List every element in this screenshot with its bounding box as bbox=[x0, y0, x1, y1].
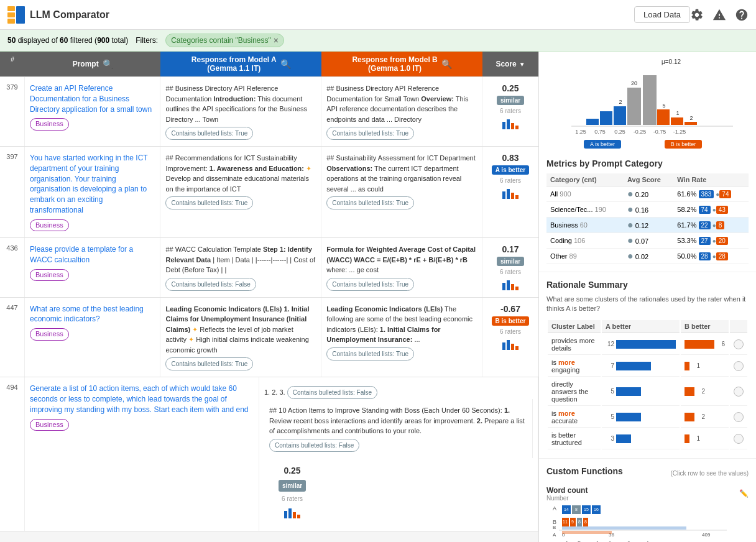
metrics-section: Metrics by Prompt Category Category (cnt… bbox=[539, 151, 756, 272]
score-badge: A is better bbox=[492, 165, 530, 175]
col-header-prompt: Prompt 🔍 bbox=[25, 52, 160, 76]
load-data-button[interactable]: Load Data bbox=[634, 6, 690, 23]
svg-text:A is better: A is better bbox=[590, 141, 615, 147]
svg-text:μ=0.12: μ=0.12 bbox=[662, 58, 681, 65]
rationale-circle-btn[interactable] bbox=[734, 361, 744, 371]
metrics-winrate: 58.2% 74 ●43 bbox=[673, 202, 749, 218]
svg-rect-26 bbox=[627, 88, 641, 125]
mini-bar-chart bbox=[501, 186, 520, 199]
rationale-row: is better structured 3 1 bbox=[548, 429, 747, 449]
header-icons bbox=[690, 8, 749, 22]
col-header-model-b: Response from Model B (Gemma 1.0 IT) 🔍 bbox=[321, 52, 482, 76]
svg-rect-4 bbox=[502, 122, 505, 129]
filter-chip-remove[interactable]: × bbox=[274, 35, 279, 45]
row-score: 0.25 similar 6 raters bbox=[264, 458, 320, 525]
svg-rect-12 bbox=[502, 283, 505, 290]
rationale-circle-btn[interactable] bbox=[734, 387, 744, 397]
metrics-category: Business 60 bbox=[546, 218, 624, 233]
row-response-a-contains: Contains bulleted lists: True bbox=[165, 127, 253, 140]
table-row[interactable]: 436 Please provide a template for a WACC… bbox=[0, 238, 538, 298]
cf-word-count-edit[interactable]: ✏️ bbox=[739, 489, 749, 498]
table-row[interactable]: 379 Create an API Reference Documentatio… bbox=[0, 77, 538, 147]
row-response-b-contains: Contains bulleted lists: True bbox=[326, 278, 414, 291]
row-response-b-contains: Contains bulleted lists: False bbox=[269, 439, 359, 452]
rationale-a-bar: 5 bbox=[602, 378, 680, 406]
row-prompt: Please provide a template for a WACC cal… bbox=[25, 238, 160, 297]
cf-word-count-chart: A 14 8 15 16 B 11 bbox=[546, 504, 749, 538]
raters-text: 6 raters bbox=[500, 269, 521, 275]
rationale-a-bar: 5 bbox=[602, 407, 680, 428]
score-badge: similar bbox=[279, 480, 306, 492]
metrics-category: Coding 106 bbox=[546, 233, 624, 249]
prompt-search-icon[interactable]: 🔍 bbox=[103, 59, 113, 69]
settings-icon[interactable] bbox=[690, 8, 704, 22]
row-response-b: ## Sustainability Assessment for ICT Dep… bbox=[321, 147, 482, 237]
metrics-col-category: Category (cnt) bbox=[546, 173, 624, 186]
rationale-row: provides more details 12 6 bbox=[548, 334, 747, 355]
svg-text:A: A bbox=[553, 532, 556, 538]
mini-bar-chart bbox=[501, 278, 520, 290]
row-num: 494 bbox=[0, 377, 25, 531]
histogram-area: μ=0.12 1.25 0.75 0.25 -0.25 -0.75 bbox=[539, 52, 756, 151]
rationale-row: is more engaging 7 1 bbox=[548, 356, 747, 377]
rationale-b-bar: 2 bbox=[681, 378, 729, 406]
svg-rect-74 bbox=[562, 531, 612, 534]
table-row[interactable]: 447 What are some of the best leading ec… bbox=[0, 298, 538, 378]
rationale-a-bar: 3 bbox=[602, 429, 680, 449]
score-value: 0.17 bbox=[502, 244, 519, 254]
col-header-score: Score ▼ bbox=[482, 52, 538, 76]
rationale-circle-btn[interactable] bbox=[734, 412, 744, 422]
table-header: # Prompt 🔍 Response from Model A (Gemma … bbox=[0, 52, 538, 77]
row-num: 436 bbox=[0, 238, 25, 297]
metrics-row[interactable]: All 900 ● 0.20 61.6% 383 ●74 bbox=[546, 186, 749, 202]
row-prompt: You have started working in the ICT depa… bbox=[25, 147, 160, 237]
model-a-search-icon[interactable]: 🔍 bbox=[280, 59, 291, 69]
rationale-label: is more engaging bbox=[548, 356, 601, 377]
rationale-b-bar: 1 bbox=[681, 356, 729, 377]
rationale-row: is more accurate 5 2 bbox=[548, 407, 747, 428]
metrics-row[interactable]: Other 89 ● 0.02 50.0% 28 ●28 bbox=[546, 249, 749, 264]
svg-text:0.25: 0.25 bbox=[614, 129, 625, 135]
rationale-circle-btn[interactable] bbox=[734, 339, 744, 349]
cf-word-count[interactable]: Word count Number ✏️ A 14 8 bbox=[546, 486, 749, 542]
metrics-row[interactable]: Coding 106 ● 0.07 53.3% 27 ●20 bbox=[546, 233, 749, 249]
svg-rect-7 bbox=[515, 126, 519, 129]
row-num: 379 bbox=[0, 77, 25, 146]
svg-rect-32 bbox=[685, 122, 697, 125]
table-row[interactable]: 397 You have started working in the ICT … bbox=[0, 147, 538, 238]
svg-text:8: 8 bbox=[575, 507, 578, 512]
alert-icon[interactable] bbox=[712, 8, 726, 22]
filter-chip[interactable]: Categories contain "Business" × bbox=[165, 34, 284, 47]
metrics-avg: ● 0.12 bbox=[624, 218, 673, 233]
row-prompt: Create an API Reference Documentation fo… bbox=[25, 77, 160, 146]
metrics-row[interactable]: Business 60 ● 0.12 61.7% 22 ●8 bbox=[546, 218, 749, 233]
svg-rect-5 bbox=[507, 119, 510, 129]
score-value: 0.25 bbox=[502, 83, 519, 93]
svg-text:-0.25: -0.25 bbox=[634, 129, 647, 135]
svg-text:8: 8 bbox=[578, 520, 581, 524]
row-response-a-contains: Contains bulleted lists: False bbox=[165, 278, 256, 291]
col-header-num: # bbox=[0, 52, 25, 76]
row-response-a-contains: Contains bulleted lists: True bbox=[165, 196, 253, 209]
rationale-table: Cluster Label A better B better provides… bbox=[546, 319, 749, 451]
table-row[interactable]: 494 Generate a list of 10 action items, … bbox=[0, 377, 538, 531]
rationale-circle-btn[interactable] bbox=[734, 434, 744, 444]
model-b-search-icon[interactable]: 🔍 bbox=[441, 59, 452, 69]
col-header-model-a: Response from Model A (Gemma 1.1 IT) 🔍 bbox=[160, 52, 321, 76]
svg-text:-0.75: -0.75 bbox=[653, 129, 666, 135]
svg-rect-29 bbox=[586, 119, 599, 125]
mini-bar-chart bbox=[283, 506, 302, 518]
metrics-row[interactable]: Science/Tec... 190 ● 0.16 58.2% 74 ●43 bbox=[546, 202, 749, 218]
svg-text:A: A bbox=[553, 505, 556, 512]
metrics-col-avg: Avg Score bbox=[624, 173, 673, 186]
row-category: Business bbox=[30, 419, 69, 431]
rationale-b-bar: 6 bbox=[681, 334, 729, 355]
metrics-col-winrate: Win Rate bbox=[673, 173, 749, 186]
svg-rect-8 bbox=[502, 191, 505, 199]
svg-rect-17 bbox=[507, 340, 510, 350]
help-icon[interactable] bbox=[735, 8, 749, 22]
row-score: 0.17 similar 6 raters bbox=[482, 238, 538, 297]
raters-text: 6 raters bbox=[500, 177, 521, 184]
row-response-b-contains: Contains bulleted lists: True bbox=[326, 196, 414, 209]
svg-text:2: 2 bbox=[689, 115, 693, 121]
